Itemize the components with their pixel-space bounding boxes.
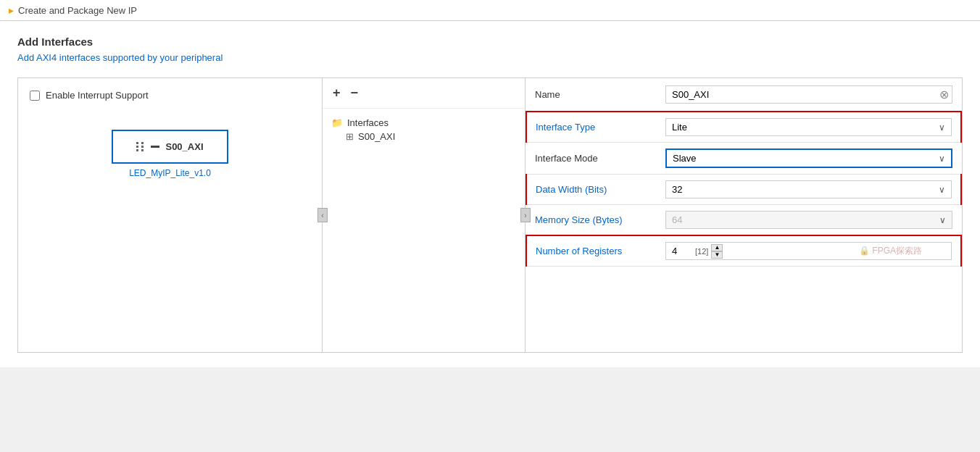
- interface-type-select-wrap: Lite Full Stream ∨: [665, 118, 952, 136]
- num-registers-label: Number of Registers: [526, 235, 657, 267]
- name-input-wrapper: ⊗: [665, 85, 952, 104]
- spin-up-button[interactable]: ▲: [711, 244, 723, 251]
- name-value-cell: ⊗: [657, 78, 961, 112]
- data-width-label: Data Width (Bits): [526, 175, 657, 205]
- name-label: Name: [526, 78, 657, 112]
- memory-size-select-wrap: 64 ∨: [665, 211, 952, 229]
- data-width-select-wrap: 32 64 ∨: [665, 180, 952, 198]
- spin-buttons: ▲ ▼: [711, 244, 723, 259]
- folder-icon: 📁: [331, 117, 343, 128]
- breadcrumb-text: Create and Package New IP: [18, 5, 137, 16]
- top-bar: ▸ Create and Package New IP: [0, 0, 980, 21]
- add-interface-button[interactable]: +: [331, 85, 342, 101]
- num-registers-row: Number of Registers 🔒 FPGA探索路 [12] ▲ ▼: [526, 235, 961, 267]
- memory-size-row: Memory Size (Bytes) 64 ∨: [526, 205, 961, 236]
- num-registers-input-wrap: 🔒 FPGA探索路 [12] ▲ ▼: [665, 242, 952, 260]
- block-name: S00_AXI: [165, 141, 203, 152]
- interface-mode-select[interactable]: Slave Master: [667, 150, 951, 167]
- properties-table: Name ⊗ Interface Type Lite: [526, 78, 962, 267]
- block-container: S00_AXI LED_MyIP_Lite_v1.0: [112, 130, 228, 178]
- data-width-select[interactable]: 32 64: [666, 181, 951, 198]
- remove-interface-button[interactable]: −: [349, 85, 360, 101]
- enable-interrupt-label: Enable Interrupt Support: [46, 90, 149, 101]
- tree-child-label: S00_AXI: [358, 131, 395, 142]
- num-registers-input[interactable]: [666, 243, 695, 259]
- middle-toolbar: + −: [323, 78, 525, 109]
- main-content: Add Interfaces Add AXI4 interfaces suppo…: [0, 21, 980, 367]
- memory-size-label: Memory Size (Bytes): [526, 205, 657, 236]
- left-panel: Enable Interrupt Support S00_AXI LED_MyI…: [18, 78, 323, 352]
- interrupt-support-row: Enable Interrupt Support: [30, 90, 310, 101]
- tree-child-node[interactable]: ⊞ S00_AXI: [346, 130, 516, 143]
- block-box: S00_AXI: [112, 130, 228, 164]
- num-registers-max: [12]: [695, 247, 708, 256]
- data-width-row: Data Width (Bits) 32 64 ∨: [526, 175, 961, 205]
- left-resize-handle[interactable]: ‹: [317, 208, 328, 222]
- diagram-area: S00_AXI LED_MyIP_Lite_v1.0: [30, 130, 310, 178]
- spin-down-button[interactable]: ▼: [711, 251, 723, 259]
- enable-interrupt-checkbox[interactable]: [30, 91, 40, 101]
- interface-mode-row: Interface Mode Slave Master ∨: [526, 143, 961, 175]
- block-label-bottom: LED_MyIP_Lite_v1.0: [129, 168, 211, 178]
- tree-area: 📁 Interfaces ⊞ S00_AXI: [323, 109, 525, 151]
- num-registers-value-cell: 🔒 FPGA探索路 [12] ▲ ▼: [657, 235, 961, 267]
- middle-panel: + − 📁 Interfaces ⊞ S00_AXI ›: [323, 78, 526, 352]
- memory-size-select[interactable]: 64: [666, 212, 952, 228]
- interface-icon: ⊞: [346, 131, 354, 142]
- interface-type-label: Interface Type: [526, 112, 657, 143]
- tree-root-node: 📁 Interfaces: [331, 116, 516, 130]
- name-clear-button[interactable]: ⊗: [936, 87, 952, 103]
- page-subtitle: Add AXI4 interfaces supported by your pe…: [17, 52, 963, 63]
- block-dots-icon: [136, 142, 145, 151]
- block-minus-icon: [151, 146, 159, 148]
- name-input[interactable]: [666, 86, 936, 103]
- interface-mode-value-cell: Slave Master ∨: [657, 143, 961, 175]
- name-row: Name ⊗: [526, 78, 961, 112]
- interface-mode-select-wrap: Slave Master ∨: [665, 148, 952, 168]
- tree-root-label: Interfaces: [347, 117, 389, 128]
- right-panel: Name ⊗ Interface Type Lite: [526, 78, 962, 352]
- data-width-value-cell: 32 64 ∨: [657, 175, 961, 205]
- watermark-text: 🔒 FPGA探索路: [859, 245, 922, 257]
- breadcrumb-arrow: ▸: [9, 4, 14, 16]
- interface-mode-label: Interface Mode: [526, 143, 657, 175]
- body-area: Enable Interrupt Support S00_AXI LED_MyI…: [17, 78, 963, 353]
- page-title: Add Interfaces: [17, 35, 963, 48]
- interface-type-row: Interface Type Lite Full Stream ∨: [526, 112, 961, 143]
- interface-type-value-cell: Lite Full Stream ∨: [657, 112, 961, 143]
- memory-size-value-cell: 64 ∨: [657, 205, 961, 236]
- right-resize-handle[interactable]: ›: [520, 208, 531, 222]
- interface-type-select[interactable]: Lite Full Stream: [666, 119, 951, 135]
